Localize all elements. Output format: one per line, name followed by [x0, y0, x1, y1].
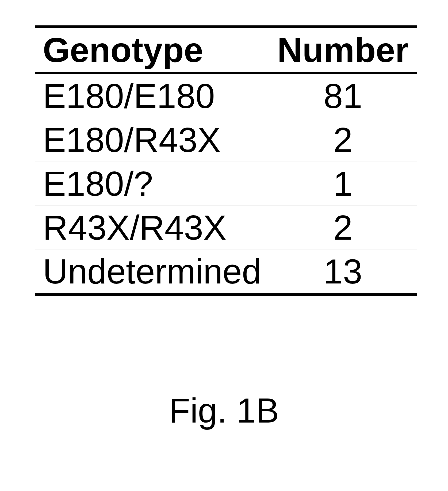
cell-number: 2: [269, 118, 417, 162]
header-genotype: Genotype: [35, 27, 269, 73]
cell-number: 2: [269, 206, 417, 250]
figure-caption: Fig. 1B: [0, 390, 448, 431]
table-row: E180/E180 81: [35, 73, 417, 118]
cell-genotype: E180/R43X: [35, 118, 269, 162]
genotype-table: Genotype Number E180/E180 81 E180/R43X 2…: [35, 25, 417, 296]
cell-genotype: E180/?: [35, 162, 269, 206]
cell-genotype: R43X/R43X: [35, 206, 269, 250]
cell-number: 13: [269, 250, 417, 295]
table-header-row: Genotype Number: [35, 27, 417, 73]
table-row: Undetermined 13: [35, 250, 417, 295]
cell-genotype: Undetermined: [35, 250, 269, 295]
cell-number: 1: [269, 162, 417, 206]
header-number: Number: [269, 27, 417, 73]
table-row: E180/R43X 2: [35, 118, 417, 162]
cell-number: 81: [269, 73, 417, 118]
table-row: R43X/R43X 2: [35, 206, 417, 250]
figure-page: Genotype Number E180/E180 81 E180/R43X 2…: [0, 0, 448, 491]
table-row: E180/? 1: [35, 162, 417, 206]
cell-genotype: E180/E180: [35, 73, 269, 118]
